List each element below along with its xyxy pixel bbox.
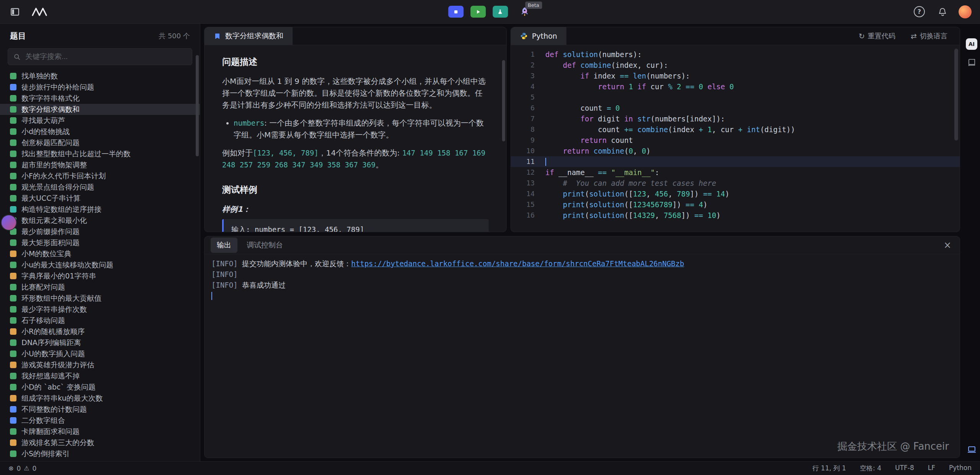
sidebar-item[interactable]: 字典序最小的01字符串 — [0, 270, 200, 282]
encoding[interactable]: UTF-8 — [895, 464, 914, 473]
sidebar-item[interactable]: 数字字符串格式化 — [0, 93, 200, 104]
line-number: 10 — [511, 146, 545, 156]
eol-mode[interactable]: LF — [928, 464, 935, 473]
sidebar-item[interactable]: 石子移动问题 — [0, 315, 200, 326]
difficulty-icon — [10, 450, 16, 457]
problem-description[interactable]: 问题描述 小M面对一组从 1 到 9 的数字，这些数字被分成多个小组，并从每个小… — [205, 45, 506, 232]
notifications-button[interactable] — [936, 6, 949, 18]
difficulty-icon — [10, 184, 16, 190]
problem-title: 小M的数位宝典 — [21, 249, 71, 259]
sidebar-item[interactable]: DNA序列编辑距离 — [0, 337, 200, 348]
sidebar-item[interactable]: 游戏排名第三大的分数 — [0, 437, 200, 448]
problem-title: 环形数组中的最大贡献值 — [21, 293, 101, 303]
sidebar-item[interactable]: 小u的最大连续移动次数问题 — [0, 259, 200, 270]
code-editor[interactable]: 1def solution(numbers):2 def combine(ind… — [511, 45, 960, 232]
sidebar-item[interactable]: 环形数组中的最大贡献值 — [0, 293, 200, 304]
sidebar-item[interactable]: 超市里的货物架调整 — [0, 159, 200, 170]
language-tab[interactable]: Python — [511, 27, 566, 45]
output-console[interactable]: [INFO] 提交功能内测体验中，欢迎反馈：https://bytedance.… — [205, 254, 960, 458]
ai-assistant-button[interactable]: AI — [966, 38, 977, 50]
sidebar-item[interactable]: 游戏英雄升级潜力评估 — [0, 359, 200, 370]
sidebar-item[interactable]: 小R的随机播放顺序 — [0, 326, 200, 337]
run-button[interactable] — [470, 6, 486, 18]
code-line[interactable]: 6 count = 0 — [511, 103, 960, 113]
problem-tab[interactable]: 数字分组求偶数和 — [205, 27, 293, 45]
code-line[interactable]: 3 if index == len(numbers): — [511, 70, 960, 81]
output-panel: 输出 调试控制台 × [INFO] 提交功能内测体验中，欢迎反馈：https:/… — [204, 236, 960, 458]
user-avatar[interactable] — [959, 5, 972, 18]
debug-button[interactable] — [448, 6, 463, 18]
code-line[interactable]: 11 — [511, 156, 960, 167]
problem-title: 超市里的货物架调整 — [21, 160, 87, 170]
tab-debug-console[interactable]: 调试控制台 — [241, 238, 289, 253]
sidebar-item[interactable]: 卡牌翻面求和问题 — [0, 426, 200, 437]
tab-output[interactable]: 输出 — [211, 238, 237, 253]
sidebar-item[interactable]: 徒步旅行中的补给问题 — [0, 82, 200, 93]
sidebar-scrollbar[interactable] — [196, 55, 199, 156]
sidebar-item[interactable]: 不同整数的计数问题 — [0, 404, 200, 415]
code-line[interactable]: 2 def combine(index, cur): — [511, 60, 960, 70]
editor-scrollbar[interactable] — [954, 49, 958, 141]
sidebar-item[interactable]: 组成字符串ku的最大次数 — [0, 393, 200, 404]
code-line[interactable]: 10 return combine(0, 0) — [511, 146, 960, 156]
submit-button[interactable]: Beta — [517, 6, 532, 17]
sidebar-item[interactable]: 寻找最大葫芦 — [0, 115, 200, 126]
language-mode[interactable]: Python — [949, 464, 972, 473]
sidebar-item[interactable]: 我好想逃却逃不掉 — [0, 370, 200, 382]
code-line[interactable]: 9 return count — [511, 135, 960, 146]
description-scrollbar[interactable] — [502, 60, 505, 141]
knowledge-button[interactable] — [967, 58, 976, 67]
code-line[interactable]: 7 for digit in str(numbers[index]): — [511, 113, 960, 124]
code-line[interactable]: 1def solution(numbers): — [511, 49, 960, 60]
sidebar-item[interactable]: 二分数字组合 — [0, 415, 200, 426]
code-line[interactable]: 16 print(solution([14329, 7568]) == 10) — [511, 210, 960, 221]
sidebar-item[interactable]: 小S的倒排索引 — [0, 448, 200, 459]
sidebar-item[interactable]: 数字分组求偶数和 — [0, 104, 200, 115]
code-line[interactable]: 15 print(solution([123456789]) == 4) — [511, 199, 960, 210]
sidebar-item[interactable]: 小F的永久代币卡回本计划 — [0, 170, 200, 182]
sidebar-item[interactable]: 最少字符串操作次数 — [0, 304, 200, 315]
code-line[interactable]: 13 # You can add more test cases here — [511, 178, 960, 188]
self-test-button[interactable] — [492, 6, 508, 18]
difficulty-icon — [10, 128, 16, 135]
sidebar-item[interactable]: 最少前缀操作问题 — [0, 226, 200, 237]
sidebar-item[interactable]: 小U的数字插入问题 — [0, 348, 200, 359]
cursor-position[interactable]: 行 11, 列 1 — [812, 464, 846, 473]
problem-title: 卡牌翻面求和问题 — [21, 427, 80, 437]
sidebar-item[interactable]: 找出整型数组中占比超过一半的数 — [0, 148, 200, 159]
sidebar-item[interactable]: 小d的怪物挑战 — [0, 126, 200, 137]
sidebar-toggle-button[interactable] — [8, 5, 21, 18]
problems-indicator[interactable]: ⊗ 0 ⚠ 0 — [8, 465, 36, 472]
problem-title: 寻找最大葫芦 — [21, 116, 65, 126]
close-output-icon[interactable]: × — [941, 240, 954, 250]
sidebar-item[interactable]: 最大矩形面积问题 — [0, 237, 200, 248]
problem-title: 小d的怪物挑战 — [21, 127, 70, 137]
sidebar-item[interactable]: 找单独的数 — [0, 70, 200, 82]
reset-code-button[interactable]: ↻ 重置代码 — [856, 31, 898, 41]
sidebar-item[interactable]: 小M的数位宝典 — [0, 248, 200, 259]
switch-language-button[interactable]: ⇄ 切换语言 — [908, 31, 950, 41]
sidebar-item[interactable]: 数组元素之和最小化 — [0, 215, 200, 226]
flask-icon — [497, 9, 503, 15]
sidebar-item[interactable]: 创意标题匹配问题 — [0, 137, 200, 148]
sidebar-item[interactable]: 比赛配对问题 — [0, 282, 200, 293]
sidebar-item[interactable]: 观光景点组合得分问题 — [0, 182, 200, 193]
code-line[interactable]: 12if __name__ == "__main__": — [511, 167, 960, 178]
help-button[interactable]: ? — [912, 5, 926, 19]
device-preview-button[interactable] — [967, 445, 977, 454]
indentation[interactable]: 空格: 4 — [860, 464, 881, 473]
feedback-link[interactable]: https://bytedance.larkoffice.com/share/b… — [351, 259, 684, 268]
problem-title: 小D的 `abc` 变换问题 — [21, 382, 96, 392]
assistant-float-button[interactable] — [1, 215, 17, 231]
code-line[interactable]: 5 — [511, 92, 960, 103]
workspace: 数字分组求偶数和 问题描述 小M面对一组从 1 到 9 的数字，这些数字被分成多… — [200, 24, 963, 461]
sidebar-item[interactable]: 最大UCC子串计算 — [0, 193, 200, 204]
sidebar-item[interactable]: 小D的 `abc` 变换问题 — [0, 382, 200, 393]
difficulty-icon — [10, 162, 16, 168]
sidebar-item[interactable]: 构造特定数组的逆序拼接 — [0, 204, 200, 215]
search-input[interactable] — [25, 52, 187, 61]
difficulty-icon — [10, 306, 16, 313]
code-line[interactable]: 14 print(solution([123, 456, 789]) == 14… — [511, 188, 960, 199]
code-line[interactable]: 8 count += combine(index + 1, cur + int(… — [511, 124, 960, 135]
code-line[interactable]: 4 return 1 if cur % 2 == 0 else 0 — [511, 81, 960, 92]
